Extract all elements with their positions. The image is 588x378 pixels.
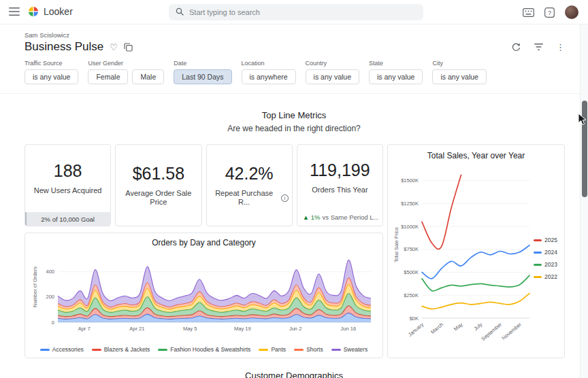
total-sales-chart[interactable]: $0K$250K$500K$750K$1000K$1250K$1500KTota…	[392, 166, 532, 351]
filter-city: City is any value	[432, 60, 486, 84]
filter-label: State	[369, 60, 423, 67]
scrollbar-track[interactable]	[580, 24, 588, 378]
filter-bar: Traffic Source is any value User Gender …	[0, 54, 588, 94]
svg-text:Jun 2: Jun 2	[289, 326, 301, 332]
svg-text:Jun 16: Jun 16	[341, 326, 357, 332]
svg-text:Apr 7: Apr 7	[78, 326, 91, 332]
kpi-repeat-purchase: 42.2% Repeat Purchase R... i	[206, 144, 293, 226]
looker-logo-icon	[27, 5, 39, 18]
svg-text:November: November	[501, 321, 523, 341]
kpi-goal-progress: 2% of 10,000 Goal	[25, 212, 110, 226]
svg-text:?: ?	[548, 9, 551, 16]
svg-text:0: 0	[52, 320, 54, 326]
page-title: Business Pulse	[24, 40, 103, 54]
legend-label: Pants	[271, 346, 286, 353]
bottom-section-title: Customer Demographics	[0, 371, 588, 378]
logo-text: Looker	[44, 6, 73, 17]
legend-item-pants[interactable]: Pants	[259, 346, 286, 353]
sales-legend: 2025 2024 2023 2022	[534, 237, 557, 280]
legend-swatch	[92, 349, 101, 351]
kpi-new-users: 188 New Users Acquired 2% of 10,000 Goal	[24, 144, 111, 226]
svg-text:September: September	[480, 321, 503, 342]
legend-swatch	[40, 349, 50, 351]
kpi-label: Orders This Year	[312, 186, 368, 194]
legend-label: 2025	[544, 237, 557, 243]
filter-location: Location is anywhere	[242, 60, 296, 84]
copy-icon[interactable]	[124, 43, 133, 52]
legend-swatch	[534, 239, 542, 241]
kpi-value: 42.2%	[225, 164, 274, 184]
filter-date: Date Last 90 Days	[174, 60, 231, 84]
search-input[interactable]	[189, 8, 416, 16]
legend-item-2023[interactable]: 2023	[534, 261, 557, 268]
kpi-label: Average Order Sale Price	[119, 189, 197, 207]
filter-country-value[interactable]: is any value	[306, 69, 359, 84]
orders-legend: Accessories Blazers & Jackets Fashion Ho…	[31, 346, 377, 354]
filter-traffic-source: Traffic Source is any value	[24, 60, 78, 84]
info-icon[interactable]: i	[281, 194, 289, 202]
orders-by-day-chart[interactable]: 0200400Number of OrdersApr 7Apr 21May 5M…	[31, 249, 376, 339]
filter-gender-female[interactable]: Female	[88, 69, 128, 84]
section-title: Top Line Metrics	[0, 110, 588, 120]
filter-label: Location	[242, 60, 296, 67]
legend-item-blazers[interactable]: Blazers & Jackets	[92, 346, 150, 353]
kpi-orders-this-year: 119,199 Orders This Year ▲ 1% vs Same Pe…	[297, 144, 383, 226]
keyboard-icon[interactable]	[523, 8, 534, 17]
kpi-avg-order-price: $61.58 Average Order Sale Price	[115, 144, 201, 226]
chart-title: Orders by Day and Category	[31, 238, 377, 247]
legend-item-hoodies[interactable]: Fashion Hoodies & Sweatshirts	[158, 346, 250, 353]
search-icon	[176, 6, 184, 18]
right-column: Total Sales, Year over Year $0K$250K$500…	[387, 144, 565, 358]
filter-gender-male[interactable]: Male	[132, 69, 164, 84]
refresh-icon[interactable]	[511, 42, 521, 52]
author-name: Sam Scislowicz	[24, 31, 565, 39]
filter-label: City	[432, 60, 486, 67]
filter-user-gender: User Gender Female Male	[88, 60, 164, 84]
legend-swatch	[158, 349, 167, 351]
filter-city-value[interactable]: is any value	[432, 69, 486, 84]
filter-icon[interactable]	[534, 43, 544, 51]
user-avatar[interactable]	[565, 5, 578, 19]
legend-item-accessories[interactable]: Accessories	[40, 346, 84, 353]
orders-by-day-card: Orders by Day and Category 0200400Number…	[24, 233, 383, 358]
more-options-icon[interactable]: ⋮	[556, 42, 565, 52]
legend-item-2025[interactable]: 2025	[534, 237, 557, 243]
delta-suffix: vs Same Period L...	[323, 213, 379, 221]
legend-item-shorts[interactable]: Shorts	[294, 346, 323, 353]
legend-swatch	[534, 276, 542, 278]
looker-logo[interactable]: Looker	[27, 5, 73, 18]
chart-title: Total Sales, Year over Year	[392, 151, 560, 160]
legend-label: 2023	[544, 261, 557, 268]
svg-text:$0K: $0K	[410, 315, 419, 322]
filter-label: Country	[306, 60, 359, 67]
topbar-actions: ?	[523, 0, 578, 24]
scrollbar-thumb[interactable]	[582, 101, 587, 197]
svg-text:$1000K: $1000K	[401, 224, 419, 230]
filter-traffic-source-value[interactable]: is any value	[24, 69, 78, 84]
kpi-row: 188 New Users Acquired 2% of 10,000 Goal…	[24, 144, 383, 226]
kpi-label: Repeat Purchase R...	[210, 189, 278, 207]
legend-item-2022[interactable]: 2022	[534, 273, 557, 280]
dashboard-header: Sam Scislowicz Business Pulse ♡ ⋮	[0, 24, 588, 54]
legend-item-sweaters[interactable]: Sweaters	[331, 346, 368, 353]
legend-swatch	[534, 264, 542, 266]
legend-label: 2024	[544, 249, 557, 256]
filter-location-value[interactable]: is anywhere	[242, 69, 296, 84]
svg-text:May 19: May 19	[234, 326, 251, 332]
legend-item-2024[interactable]: 2024	[534, 249, 557, 256]
kpi-comparison: ▲ 1% vs Same Period L...	[297, 211, 382, 223]
legend-label: Blazers & Jackets	[104, 346, 150, 353]
favorite-heart-icon[interactable]: ♡	[110, 42, 118, 52]
svg-text:March: March	[429, 322, 444, 335]
help-icon[interactable]: ?	[544, 7, 555, 18]
svg-text:200: 200	[46, 294, 54, 300]
hamburger-menu-icon[interactable]	[9, 7, 20, 16]
legend-swatch	[294, 349, 304, 351]
legend-swatch	[331, 349, 341, 351]
filter-country: Country is any value	[306, 60, 359, 84]
filter-date-value[interactable]: Last 90 Days	[174, 69, 231, 84]
svg-text:May: May	[453, 321, 464, 332]
global-search[interactable]	[169, 4, 423, 20]
svg-text:Number of Orders: Number of Orders	[32, 267, 38, 307]
filter-state-value[interactable]: is any value	[369, 69, 423, 84]
